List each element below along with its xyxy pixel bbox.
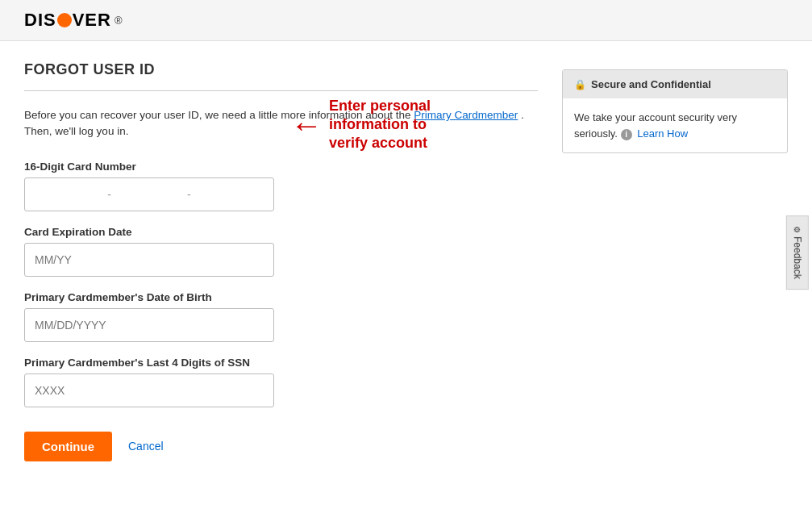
arrow-icon: ← [290,109,323,141]
page-title: FORGOT USER ID [24,61,538,78]
card-number-field-group: 16-Digit Card Number - - [24,161,538,211]
ssn-field-group: Primary Cardmember's Last 4 Digits of SS… [24,357,538,407]
cancel-button[interactable]: Cancel [128,440,164,453]
continue-button[interactable]: Continue [24,432,112,461]
feedback-icon: ⚙ [793,226,802,233]
intro-text: Before you can recover your user ID, we … [24,107,538,140]
annotation-text: Enter personal information to verify acc… [329,97,431,153]
main-content: FORGOT USER ID Before you can recover yo… [0,41,812,482]
card-dash-1: - [107,188,111,201]
card-expiration-label: Card Expiration Date [24,226,538,238]
card-segment-3[interactable] [194,188,264,201]
divider [24,90,538,91]
card-segment-1[interactable] [35,188,104,201]
card-number-label: 16-Digit Card Number [24,161,538,173]
lock-icon: 🔒 [574,79,586,90]
logo-o-icon [57,13,72,27]
secure-box: 🔒 Secure and Confidential We take your a… [562,69,788,153]
ssn-label: Primary Cardmember's Last 4 Digits of SS… [24,357,538,369]
logo-trademark: ® [115,15,123,27]
feedback-label: Feedback [792,236,803,279]
secure-box-header: 🔒 Secure and Confidential [563,70,787,98]
logo-text: DISVER [24,10,111,31]
dob-label: Primary Cardmember's Date of Birth [24,291,538,303]
right-panel: 🔒 Secure and Confidential We take your a… [562,61,788,461]
secure-box-body: We take your account security very serio… [563,98,787,152]
form-buttons: Continue Cancel [24,432,538,461]
feedback-tab[interactable]: ⚙ Feedback [786,215,809,290]
info-icon: i [621,129,632,140]
header: DISVER ® [0,0,812,41]
card-number-input[interactable]: - - [24,177,274,211]
logo: DISVER ® [24,10,123,31]
card-expiration-input[interactable] [24,243,274,277]
card-expiration-field-group: Card Expiration Date ← Enter personal in… [24,226,538,277]
secure-header-text: Secure and Confidential [591,78,711,90]
card-segment-2[interactable] [115,188,184,201]
learn-how-link[interactable]: Learn How [637,127,688,140]
dob-field-group: Primary Cardmember's Date of Birth [24,291,538,342]
left-panel: FORGOT USER ID Before you can recover yo… [24,61,538,461]
card-dash-2: - [187,188,191,201]
ssn-input[interactable] [24,374,274,407]
annotation: ← Enter personal information to verify a… [290,97,431,153]
dob-input[interactable] [24,308,274,342]
